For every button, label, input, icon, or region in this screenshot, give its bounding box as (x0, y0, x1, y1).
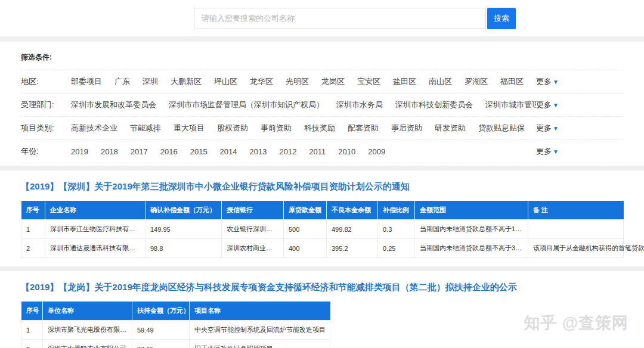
column-header: 扶持金额（万元） (132, 302, 190, 321)
chevron-down-icon: ▼ (553, 148, 559, 155)
filter-option[interactable]: 龙华区 (250, 76, 273, 87)
filter-option-year[interactable]: 2011 (309, 147, 326, 156)
filter-option[interactable]: 宝安区 (357, 76, 380, 87)
filter-option[interactable]: 罗湖区 (465, 76, 488, 87)
search-input[interactable] (194, 8, 486, 29)
filter-panel-title: 筛选条件: (21, 52, 623, 63)
filter-option[interactable]: 股权资助 (217, 123, 248, 133)
filter-option-year[interactable]: 2016 (160, 147, 178, 156)
filter-option-year[interactable]: 2009 (368, 147, 385, 156)
filter-option[interactable]: 广东 (114, 76, 130, 87)
table-cell: 0.3 (378, 220, 415, 239)
filter-option[interactable]: 事前资助 (261, 123, 292, 133)
filter-option[interactable]: 坪山区 (214, 76, 237, 87)
filter-option[interactable]: 深圳市城市管理和综合执法局 (485, 100, 536, 110)
more-link-year[interactable]: 更多▼ (536, 146, 559, 157)
notice-title-link[interactable]: 【2019】【深圳】关于2019年第三批深圳市中小微企业银行贷款风险补偿项目资助… (21, 181, 623, 192)
filter-option[interactable]: 配套资助 (348, 123, 379, 133)
filter-row-year: 年份: 201920182017201620152014201320122011… (21, 139, 623, 163)
filter-option[interactable]: 科技奖励 (304, 123, 335, 133)
more-label: 更多 (536, 77, 552, 86)
filter-option-year[interactable]: 2017 (131, 147, 148, 156)
zhihu-watermark: 知乎 @查策网 (524, 312, 628, 334)
filter-option[interactable]: 深圳市水务局 (336, 100, 383, 110)
column-header: 序号 (21, 302, 43, 321)
filter-options-year: 2019201820172016201520142013201220112010… (71, 147, 536, 156)
table-cell: 该项目属于从金融机构获得的首笔贷款 (528, 239, 624, 258)
filter-option[interactable]: 盐田区 (393, 76, 416, 87)
filter-option[interactable]: 事后资助 (391, 123, 422, 133)
filter-label-region: 地区: (21, 76, 71, 87)
filter-option[interactable]: 贷款贴息贴保 (478, 123, 525, 133)
table-cell (528, 220, 624, 239)
filter-option[interactable]: 部委项目 (71, 76, 102, 87)
column-header: 单位名称 (43, 302, 132, 321)
filter-option[interactable]: 福田区 (500, 76, 524, 87)
page: 搜索 筛选条件: 地区: 部委项目广东深圳大鹏新区坪山区龙华区光明区龙岗区宝安区… (0, 0, 644, 348)
table-cell: 395.2 (327, 239, 378, 258)
filter-row-department: 受理部门: 深圳市发展和改革委员会深圳市市场监督管理局（深圳市知识产权局）深圳市… (21, 93, 623, 116)
more-link-category[interactable]: 更多▼ (536, 123, 559, 133)
filter-option-year[interactable]: 2013 (250, 147, 267, 156)
table-cell: 59.49 (132, 321, 190, 340)
search-button[interactable]: 搜索 (487, 8, 516, 29)
table-cell: 37.15 (132, 340, 190, 348)
more-label: 更多 (536, 100, 552, 109)
filter-option[interactable]: 研发资助 (435, 123, 466, 133)
filter-panel: 筛选条件: 地区: 部委项目广东深圳大鹏新区坪山区龙华区光明区龙岗区宝安区盐田区… (0, 42, 644, 166)
filter-row-category: 项目类别: 高新技术企业节能减排重大项目股权资助事前资助科技奖励配套资助事后资助… (21, 116, 623, 139)
filter-option[interactable]: 重大项目 (174, 123, 205, 133)
filter-options-category: 高新技术企业节能减排重大项目股权资助事前资助科技奖励配套资助事后资助研发资助贷款… (71, 123, 536, 133)
filter-option-year[interactable]: 2015 (190, 147, 208, 156)
table-cell: 2 (21, 340, 43, 348)
filter-options-region: 部委项目广东深圳大鹏新区坪山区龙华区光明区龙岗区宝安区盐田区南山区罗湖区福田区 (71, 76, 536, 87)
column-header: 原贷款金额 (284, 201, 327, 220)
notice-section-longgang: 【2019】【龙岗】关于2019年度龙岗区经济与科技发展专项资金支持循环经济和节… (0, 271, 644, 348)
notice-title-link[interactable]: 【2019】【龙岗】关于2019年度龙岗区经济与科技发展专项资金支持循环经济和节… (21, 282, 623, 293)
table-header-row: 序号 单位名称 扶持金额（万元） 项目名称 (21, 302, 330, 321)
table-cell: 深圳农村商业银行 (222, 239, 284, 258)
column-header: 确认补偿金额（万元） (145, 201, 222, 220)
table-cell: 深圳市中爱联实业有限公司 (43, 340, 132, 348)
filter-option[interactable]: 深圳 (143, 76, 158, 87)
search-area: 搜索 (194, 8, 516, 29)
table-cell: 当期国内未结清贷款总额不高于1500万 (415, 220, 528, 239)
filter-option-year[interactable]: 2019 (71, 147, 88, 156)
filter-option[interactable]: 深圳市科技创新委员会 (395, 100, 473, 110)
chevron-down-icon: ▼ (553, 102, 559, 108)
chevron-down-icon: ▼ (553, 125, 559, 132)
table-cell: 深圳市通达晟通讯科技有限公司 (45, 239, 145, 258)
filter-option[interactable]: 深圳市发展和改革委员会 (71, 100, 156, 110)
more-link-department[interactable]: 更多▼ (536, 100, 559, 110)
filter-option[interactable]: 深圳市市场监督管理局（深圳市知识产权局） (169, 100, 324, 110)
table-cell: 400 (284, 239, 327, 258)
column-header: 补偿比例 (378, 201, 415, 220)
filter-option[interactable]: 大鹏新区 (171, 76, 202, 87)
filter-option-year[interactable]: 2010 (338, 147, 355, 156)
table-header-row: 序号 企业名称 确认补偿金额（万元） 授信银行 原贷款金额 不良本金余额 补偿比… (21, 201, 624, 220)
top-search-bar: 搜索 (0, 0, 644, 37)
table-cell: 1 (21, 321, 43, 340)
filter-option[interactable]: 龙岗区 (321, 76, 345, 87)
chevron-down-icon: ▼ (553, 79, 559, 85)
table-cell: 98.8 (145, 239, 222, 258)
filter-option[interactable]: 南山区 (429, 76, 452, 87)
table-cell: 2 (21, 239, 45, 258)
table-cell: 499.82 (327, 220, 378, 239)
table-row: 1 深圳市聚飞光电股份有限公司 59.49 中央空调节能控制系统及回流炉节能改造… (21, 321, 330, 340)
more-link-region[interactable]: 更多▼ (536, 76, 559, 87)
filter-row-region: 地区: 部委项目广东深圳大鹏新区坪山区龙华区光明区龙岗区宝安区盐田区南山区罗湖区… (21, 70, 623, 93)
column-header: 不良本金余额 (327, 201, 378, 220)
filter-option-year[interactable]: 2014 (220, 147, 237, 156)
table-row: 2 深圳市通达晟通讯科技有限公司 98.8 深圳农村商业银行 400 395.2… (21, 239, 624, 258)
table-cell: 旧工业区改造绿色照明项目 (190, 340, 330, 348)
table-cell: 农业银行深圳分行 (222, 220, 284, 239)
filter-option[interactable]: 光明区 (286, 76, 309, 87)
table-cell: 中央空调节能控制系统及回流炉节能改造项目 (190, 321, 330, 340)
table-cell: 当期国内未结清贷款总额不高于3000万 (415, 239, 528, 258)
filter-option[interactable]: 节能减排 (130, 123, 161, 133)
filter-option[interactable]: 高新技术企业 (71, 123, 117, 133)
filter-option-year[interactable]: 2018 (101, 147, 118, 156)
table-cell: 深圳市泰江生物医疗科技有限公司 (45, 220, 145, 239)
filter-option-year[interactable]: 2012 (279, 147, 296, 156)
